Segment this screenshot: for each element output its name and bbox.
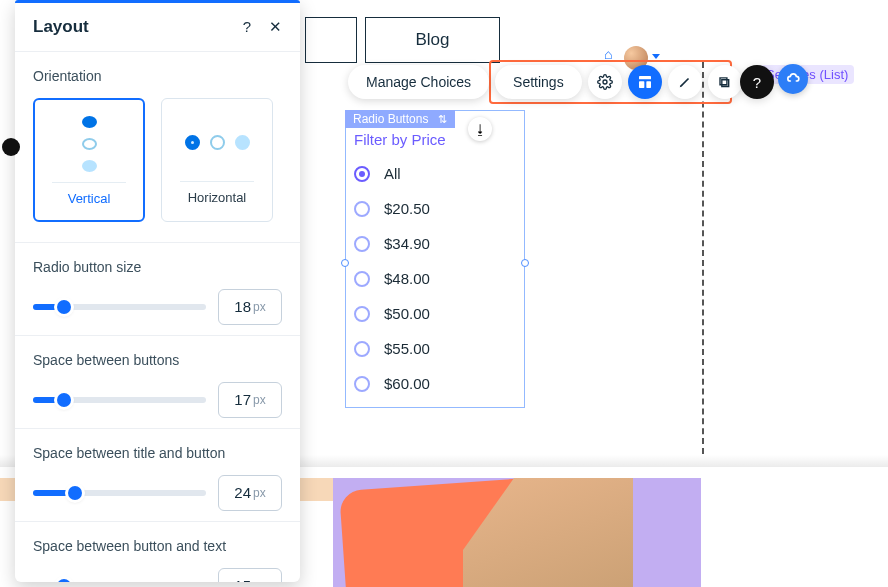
svg-rect-2: [639, 81, 644, 88]
radio-icon[interactable]: [354, 341, 370, 357]
orientation-horizontal-label: Horizontal: [188, 190, 247, 205]
slider-label: Space between title and button: [33, 445, 282, 461]
slider-value[interactable]: 24px: [218, 475, 282, 511]
slider-thumb[interactable]: [68, 486, 82, 500]
image-placeholder-main: [333, 478, 701, 587]
design-icon[interactable]: [668, 65, 702, 99]
panel-title: Layout: [33, 17, 89, 37]
orientation-horizontal[interactable]: Horizontal: [161, 98, 273, 222]
radio-option-label: $20.50: [384, 200, 430, 217]
radio-icon[interactable]: [354, 201, 370, 217]
svg-rect-1: [639, 76, 651, 79]
radio-icon[interactable]: [354, 271, 370, 287]
radio-buttons-widget[interactable]: Radio Buttons ⇅ ⭳ Filter by Price All$20…: [345, 110, 525, 408]
radio-option-label: $55.00: [384, 340, 430, 357]
slider-track[interactable]: [33, 397, 206, 403]
radio-icon[interactable]: [354, 376, 370, 392]
radio-option[interactable]: $20.50: [354, 191, 516, 226]
widget-title: Filter by Price: [354, 131, 516, 148]
guide-line: [702, 62, 704, 454]
slider-value[interactable]: 17px: [218, 382, 282, 418]
slider-value[interactable]: 18px: [218, 289, 282, 325]
slider-label: Radio button size: [33, 259, 282, 275]
radio-option-label: $48.00: [384, 270, 430, 287]
radio-icon[interactable]: [354, 306, 370, 322]
close-icon[interactable]: ✕: [269, 18, 282, 36]
orientation-vertical[interactable]: Vertical: [33, 98, 145, 222]
manage-choices-button[interactable]: Manage Choices: [348, 65, 489, 99]
data-connect-icon[interactable]: [778, 64, 808, 94]
resize-handle-right[interactable]: [521, 259, 529, 267]
radio-icon[interactable]: [354, 166, 370, 182]
settings-button[interactable]: Settings: [495, 65, 582, 99]
slider-track[interactable]: [33, 490, 206, 496]
radio-option-label: All: [384, 165, 401, 182]
radio-icon[interactable]: [354, 236, 370, 252]
svg-point-0: [603, 80, 607, 84]
download-icon[interactable]: ⭳: [468, 117, 492, 141]
svg-rect-3: [646, 81, 651, 88]
radio-option[interactable]: $50.00: [354, 296, 516, 331]
element-toolbar: Manage Choices Settings ⧉: [348, 65, 742, 99]
layout-icon[interactable]: [628, 65, 662, 99]
slider-track[interactable]: [33, 304, 206, 310]
left-indicator-dot: [2, 138, 20, 156]
help-icon[interactable]: ?: [740, 65, 774, 99]
slider-thumb[interactable]: [57, 300, 71, 314]
radio-option[interactable]: $60.00: [354, 366, 516, 401]
nav-button-blog-label: Blog: [415, 30, 449, 50]
slider-thumb[interactable]: [57, 579, 71, 582]
layout-panel: Layout ? ✕ Orientation Vertical Horizont…: [15, 0, 300, 582]
slider-label: Space between buttons: [33, 352, 282, 368]
home-icon: ⌂: [604, 46, 612, 62]
widget-tag[interactable]: Radio Buttons ⇅: [345, 110, 455, 128]
slider-value[interactable]: 15px: [218, 568, 282, 582]
settings-label: Settings: [513, 74, 564, 90]
orientation-vertical-label: Vertical: [68, 191, 111, 206]
nav-button-collapsed[interactable]: [305, 17, 357, 63]
radio-option-label: $50.00: [384, 305, 430, 322]
slider-thumb[interactable]: [57, 393, 71, 407]
radio-option[interactable]: $34.90: [354, 226, 516, 261]
radio-option-label: $60.00: [384, 375, 430, 392]
orientation-label: Orientation: [33, 68, 282, 84]
gear-icon[interactable]: [588, 65, 622, 99]
radio-option[interactable]: $48.00: [354, 261, 516, 296]
animation-icon[interactable]: ⧉: [708, 65, 742, 99]
slider-label: Space between button and text: [33, 538, 282, 554]
radio-option-label: $34.90: [384, 235, 430, 252]
widget-tag-label: Radio Buttons: [353, 112, 428, 126]
resize-handle-left[interactable]: [341, 259, 349, 267]
swap-icon[interactable]: ⇅: [438, 113, 447, 126]
nav-button-blog[interactable]: Blog: [365, 17, 500, 63]
radio-option[interactable]: $55.00: [354, 331, 516, 366]
chevron-down-icon[interactable]: [652, 54, 660, 59]
help-icon[interactable]: ?: [243, 18, 251, 35]
manage-choices-label: Manage Choices: [366, 74, 471, 90]
radio-option[interactable]: All: [354, 156, 516, 191]
